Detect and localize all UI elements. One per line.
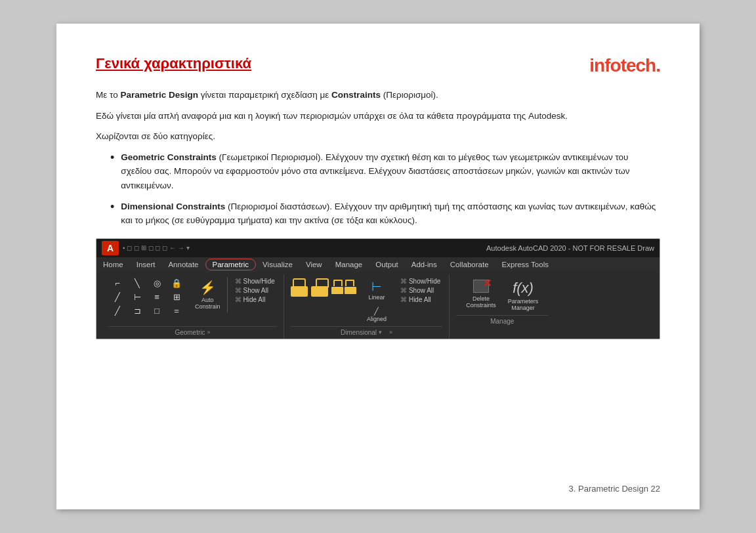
bullet-dot-2: • [110,201,114,213]
ac-geo-btn-10[interactable]: □ [148,305,166,317]
page: Γενικά χαρακτηριστικά infotech. Με το Pa… [56,24,700,509]
ac-menu-home[interactable]: Home [96,259,130,270]
ac-aligned-btn[interactable]: ╱ Aligned [363,305,390,325]
ac-dim-locks [291,277,356,297]
ac-geo-expand-icon[interactable]: » [207,329,211,335]
bullet-1-text: Geometric Constraints (Γεωμετρικοί Περιο… [121,150,660,193]
ac-geo-btn-4[interactable]: ╱ [108,291,127,303]
ac-menu-output[interactable]: Output [369,259,405,270]
ac-geo-showhide-btn[interactable]: ⌘ Show/Hide [233,277,277,286]
ac-geo-btn-6[interactable]: ≡ [148,291,166,303]
ac-manage-label: Manage [456,315,548,328]
list-item: • Dimensional Constraints (Περιορισμοί δ… [110,200,660,228]
ac-geo-showall-btn[interactable]: ⌘ Show All [233,286,277,295]
ac-geo-btn-1[interactable]: ⌐ [108,277,127,289]
ac-dim-hideall-btn[interactable]: ⌘ Hide All [398,295,442,304]
ac-geo-btn-lock[interactable]: 🔒 [167,277,186,289]
autocad-screenshot: A ▪ ◻ ◻ ⊞ ◻ ◻ ◻ ← → ▾ Autodesk AutoCAD 2… [96,238,660,339]
ac-window-title: Autodesk AutoCAD 2020 - NOT FOR RESALE D… [486,244,654,252]
ac-menu-manage[interactable]: Manage [329,259,369,270]
ac-geo-tools-left: ⌐ ╲ ◎ 🔒 ╱ ⊢ ≡ ⊞ ╱ ⊐ [108,277,186,317]
ac-logo: A [102,241,119,255]
ac-geometric-label: Geometric » [108,326,277,339]
ac-menu-view[interactable]: View [299,259,329,270]
ac-auto-constrain-btn[interactable]: ⚡ AutoConstrain [191,277,228,312]
ac-parameters-manager-btn[interactable]: f(x) ParametersManager [504,277,543,314]
ac-geo-btn-3[interactable]: ◎ [148,277,166,289]
logo: infotech. [589,55,660,76]
page-title: Γενικά χαρακτηριστικά [96,55,251,72]
ac-menu-annotate[interactable]: Annotate [161,259,205,270]
ac-dim-showall-btn[interactable]: ⌘ Show All [398,286,442,295]
ac-menu-express[interactable]: Express Tools [495,259,555,270]
ac-geo-btn-2[interactable]: ╲ [128,277,146,289]
ac-geo-btn-8[interactable]: ╱ [108,305,127,317]
ac-geo-btn-11[interactable]: = [167,305,186,317]
ac-titlebar: A ▪ ◻ ◻ ⊞ ◻ ◻ ◻ ← → ▾ Autodesk AutoCAD 2… [96,239,660,257]
ac-menu-addins[interactable]: Add-ins [405,259,444,270]
ac-dimensional-panel: ⊢ Linear ╱ Aligned ⌘ Show/Hide [284,274,450,339]
ac-geometric-panel: ⌐ ╲ ◎ 🔒 ╱ ⊢ ≡ ⊞ ╱ ⊐ [102,274,284,339]
ac-menu-collaborate[interactable]: Collaborate [444,259,495,270]
ac-menu-visualize[interactable]: Visualize [256,259,299,270]
ac-delete-constraints-btn[interactable]: ✕ DeleteConstraints [462,277,500,311]
ac-geo-btn-9[interactable]: ⊐ [128,305,146,317]
ac-menubar: Home Insert Annotate Parametric Visualiz… [96,257,660,272]
list-item: • Geometric Constraints (Γεωμετρικοί Περ… [110,150,660,193]
intro-paragraph-3: Χωρίζονται σε δύο κατηγορίες. [96,129,660,144]
page-header: Γενικά χαρακτηριστικά infotech. [96,55,660,76]
bullet-2-text: Dimensional Constraints (Περιορισμοί δια… [121,200,660,228]
ac-dim-dropdown-icon[interactable]: ▾ [379,329,382,335]
ac-geo-btn-7[interactable]: ⊞ [167,291,186,303]
ac-manage-panel: ✕ DeleteConstraints f(x) ParametersManag… [450,274,555,339]
ac-dim-showhide-btn[interactable]: ⌘ Show/Hide [398,277,442,286]
bullet-dot-1: • [110,152,114,163]
ac-geo-btn-5[interactable]: ⊢ [128,291,146,303]
footer-page-number: 3. Parametric Design 22 [569,484,660,494]
ac-lock-pair [331,280,356,294]
ac-geo-showhide: ⌘ Show/Hide ⌘ Show All ⌘ Hide All [233,277,277,304]
ac-lock-closed [291,277,308,297]
intro-paragraph-1: Με το Parametric Design γίνεται παραμετρ… [96,88,660,102]
ac-dimensional-label: Dimensional ▾ » [291,326,442,339]
ac-geo-hideall-btn[interactable]: ⌘ Hide All [233,295,277,304]
bullet-list: • Geometric Constraints (Γεωμετρικοί Περ… [110,150,660,228]
ac-dim-expand-icon[interactable]: » [389,329,392,335]
ac-dim-showhide: ⌘ Show/Hide ⌘ Show All ⌘ Hide All [398,277,442,304]
ac-ribbon: ⌐ ╲ ◎ 🔒 ╱ ⊢ ≡ ⊞ ╱ ⊐ [96,272,660,339]
intro-paragraph-2: Εδώ γίνεται μία απλή αναφορά μια και η λ… [96,109,660,123]
ac-lock-open [310,277,329,297]
ac-menu-insert[interactable]: Insert [130,259,162,270]
ac-dim-main-btns: ⊢ Linear ╱ Aligned [363,277,390,325]
ac-menu-parametric[interactable]: Parametric [205,259,257,270]
ac-linear-btn[interactable]: ⊢ Linear [363,277,390,303]
